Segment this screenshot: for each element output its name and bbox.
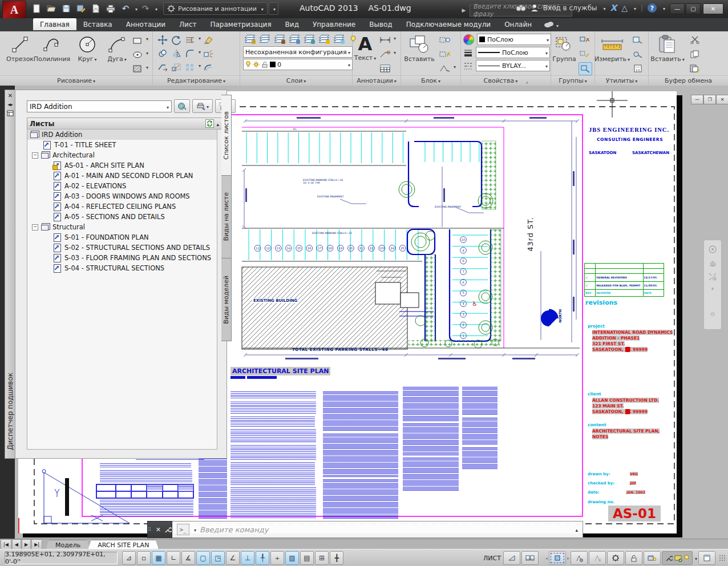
minimize-button[interactable]: — xyxy=(670,3,685,14)
properties-panel-footer[interactable]: Свойства⌟ xyxy=(461,75,551,86)
redo-button[interactable]: ↷ xyxy=(139,2,152,15)
object-color-combo[interactable]: ПоСлою xyxy=(477,34,551,45)
navbar-dropdown[interactable]: ▾ xyxy=(711,286,714,292)
layer-freeze-button[interactable] xyxy=(302,33,315,45)
tree-item[interactable]: T-01 - TITLE SHEET xyxy=(27,140,217,150)
hatch-dropdown[interactable] xyxy=(145,63,148,75)
toolbar-lock-button[interactable] xyxy=(625,551,642,565)
ribbon-tab-Аннотации[interactable]: Аннотации xyxy=(119,18,172,30)
ribbon-tab-Вставка[interactable]: Вставка xyxy=(76,18,119,30)
toggle-grid-display[interactable]: ▦ xyxy=(152,551,165,565)
toggle-3d-object-snap[interactable]: ◳ xyxy=(211,551,225,565)
toggle-lineweight[interactable]: ＋ xyxy=(270,551,284,565)
multileader-button[interactable] xyxy=(379,48,391,60)
lineweight-combo[interactable]: ПоСлою xyxy=(476,47,550,58)
command-close-icon[interactable]: ✕ xyxy=(156,526,161,533)
layout-tab-модель[interactable]: Модель xyxy=(46,540,90,549)
vp-prev-arrow[interactable]: ◂ xyxy=(545,556,548,561)
paste-special-button[interactable] xyxy=(689,62,701,74)
text-button[interactable]: A Текст xyxy=(353,33,378,62)
layer-off-button[interactable] xyxy=(258,33,270,45)
layout-tab-arch-site-plan[interactable]: ARCH SITE PLAN xyxy=(88,540,159,549)
command-recent-dropdown[interactable] xyxy=(193,525,196,533)
navigation-bar[interactable]: ▾ ⊖ xyxy=(703,240,722,330)
prev-layout-button[interactable]: ◀ xyxy=(12,539,21,549)
tree-item[interactable]: S-01 - FOUNDATION PLAN xyxy=(27,232,217,242)
undo-button[interactable]: ↶ xyxy=(119,2,132,15)
toggle-dynamic-ucs[interactable]: ⊥ xyxy=(241,551,254,565)
layer-config-combo[interactable]: Несохраненная конфигурация сло xyxy=(243,46,353,58)
tree-item[interactable]: IRD Addition xyxy=(27,130,217,140)
toggle-polar-tracking[interactable]: ∡ xyxy=(181,551,195,565)
toggle-selection-cycling[interactable]: ⊞ xyxy=(315,551,329,565)
line-button[interactable]: Отрезок xyxy=(3,33,37,63)
toggle-object-snap-tracking[interactable]: ∠ xyxy=(226,551,240,565)
first-layout-button[interactable]: |◀ xyxy=(1,539,11,549)
tree-item[interactable]: A-02 - ELEVATIONS xyxy=(27,181,217,191)
zoom-extents-icon[interactable] xyxy=(708,272,717,281)
help-button[interactable]: ? xyxy=(648,3,657,13)
tree-item[interactable]: A-03 - DOORS WINDOWS AND ROOMS xyxy=(27,191,217,201)
quick-calc-button[interactable] xyxy=(632,62,644,74)
ribbon-tab-Главная[interactable]: Главная xyxy=(33,18,76,30)
paste-button[interactable]: Вставить xyxy=(651,33,684,63)
ungroup-button[interactable] xyxy=(579,34,591,46)
palette-close-icon[interactable]: ✕ xyxy=(8,92,13,99)
layers-panel-footer[interactable]: Слои xyxy=(240,75,352,86)
edit-attributes-button[interactable] xyxy=(439,48,451,60)
trim-button[interactable] xyxy=(184,34,196,46)
utilities-panel-footer[interactable]: Утилиты xyxy=(595,75,648,86)
layer-isolate-button[interactable] xyxy=(273,33,285,45)
tree-item[interactable]: S-02 - STRUCTURAL SECTIONS AND DETAILS xyxy=(27,242,217,253)
circle-button[interactable]: Круг xyxy=(71,33,104,63)
offset-button[interactable] xyxy=(202,61,215,73)
steering-wheel-icon[interactable] xyxy=(708,245,717,254)
navbar-close-icon[interactable]: ⊖ xyxy=(710,311,715,317)
explode-button[interactable] xyxy=(202,47,215,59)
resize-grip[interactable] xyxy=(719,555,726,561)
pan-hand-icon[interactable] xyxy=(708,258,717,268)
quick-view-drawings-button[interactable] xyxy=(503,551,520,565)
tree-item[interactable]: −Structural xyxy=(27,222,217,232)
toggle-annotation-monitor[interactable]: ╋ xyxy=(330,551,343,565)
ribbon-tab-Онлайн[interactable]: Онлайн xyxy=(498,18,539,30)
palette-properties-icon[interactable] xyxy=(7,110,14,116)
block-panel-footer[interactable]: Блок xyxy=(401,75,460,86)
tree-item[interactable]: AS-01 - ARCH SITE PLAN xyxy=(27,160,217,171)
toggle-transparency[interactable]: ▨ xyxy=(285,551,299,565)
next-layout-button[interactable]: ▶ xyxy=(22,539,31,549)
doc-restore-button[interactable]: ❐ xyxy=(703,95,716,104)
erase-button[interactable] xyxy=(202,34,215,46)
ellipse-button[interactable] xyxy=(131,48,144,60)
tree-item[interactable]: S-04 - STRUCTURAL SECTIONS xyxy=(27,263,217,273)
collapse-section-icon[interactable] xyxy=(216,120,219,128)
ribbon-tab-Параметризация[interactable]: Параметризация xyxy=(203,18,278,30)
toggle-ortho-mode[interactable]: ∟ xyxy=(167,551,180,565)
layer-match-button[interactable] xyxy=(332,33,345,45)
multileader-dropdown[interactable] xyxy=(393,48,396,60)
hardware-acceleration-button[interactable] xyxy=(644,551,661,565)
tree-item[interactable]: −Architectural xyxy=(27,150,217,160)
command-customize-wrench-icon[interactable] xyxy=(164,526,172,533)
ribbon-tab-Подключаемые модули[interactable]: Подключаемые модули xyxy=(399,18,498,30)
vp-next-arrow[interactable]: ▸ xyxy=(567,556,569,561)
status-tray-dropdown[interactable] xyxy=(694,554,697,562)
block-attributes-button[interactable] xyxy=(439,62,451,74)
cut-button[interactable] xyxy=(689,34,701,46)
layer-unisolate-button[interactable] xyxy=(288,33,300,45)
search-arrow-button[interactable]: ▶ xyxy=(460,4,468,17)
tray-bulb-icon[interactable] xyxy=(684,555,689,562)
mirror-button[interactable] xyxy=(170,47,183,59)
ribbon-tab-Вид[interactable]: Вид xyxy=(278,18,306,30)
sheetset-combo[interactable]: IRD Addition xyxy=(27,100,172,112)
rotate-button[interactable] xyxy=(170,34,183,46)
stretch-button[interactable] xyxy=(156,61,169,73)
modify-panel-footer[interactable]: Редактирование xyxy=(153,75,240,86)
hatch-button[interactable] xyxy=(131,63,144,75)
command-line-bar[interactable]: ⠿ ✕ >_ Введите команду xyxy=(147,521,583,538)
workspace-switcher[interactable]: Рисование и аннотации xyxy=(163,2,268,15)
rectangle-button[interactable] xyxy=(131,34,144,46)
ribbon-tab-Лист[interactable]: Лист xyxy=(172,18,203,30)
help-dropdown[interactable] xyxy=(661,4,665,12)
autodesk360-icon[interactable]: △ xyxy=(621,3,628,13)
